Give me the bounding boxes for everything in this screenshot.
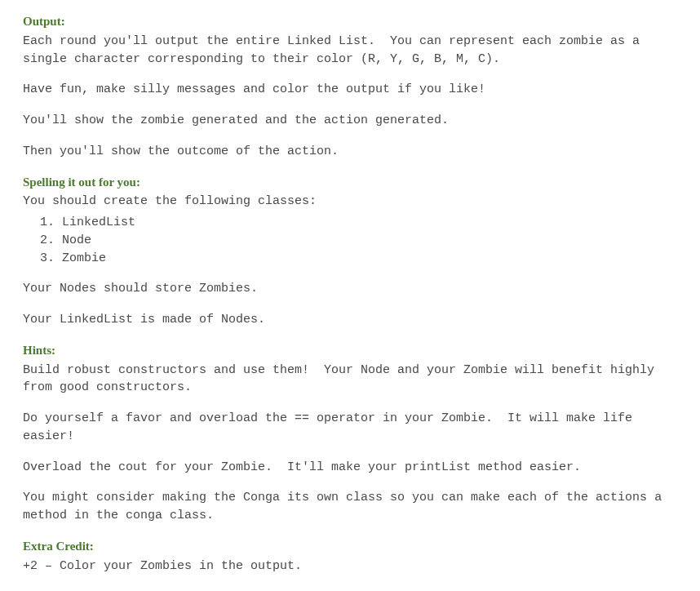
heading-extra-credit: Extra Credit: [23,538,677,556]
list-item: Node [62,232,677,250]
heading-spelling: Spelling it out for you: [23,174,677,192]
list-item: Zombie [62,250,677,268]
hints-p4: You might consider making the Conga its … [23,489,677,525]
output-p3: You'll show the zombie generated and the… [23,112,677,130]
hints-p2: Do yourself a favor and overload the == … [23,410,677,446]
section-spelling: Spelling it out for you: You should crea… [23,174,677,329]
section-output: Output: Each round you'll output the ent… [23,13,677,161]
output-p1: Each round you'll output the entire Link… [23,33,677,69]
class-list: LinkedList Node Zombie [23,214,677,267]
spelling-p1: Your Nodes should store Zombies. [23,280,677,298]
output-p2: Have fun, make silly messages and color … [23,81,677,99]
section-hints: Hints: Build robust constructors and use… [23,342,677,525]
spelling-p2: Your LinkedList is made of Nodes. [23,311,677,329]
output-p4: Then you'll show the outcome of the acti… [23,143,677,161]
section-extra-credit: Extra Credit: +2 – Color your Zombies in… [23,538,677,575]
heading-hints: Hints: [23,342,677,360]
heading-output: Output: [23,13,677,31]
hints-p1: Build robust constructors and use them! … [23,362,677,398]
list-item: LinkedList [62,214,677,232]
hints-p3: Overload the cout for your Zombie. It'll… [23,459,677,477]
spelling-intro: You should create the following classes: [23,193,677,211]
extra-p1: +2 – Color your Zombies in the output. [23,558,677,575]
